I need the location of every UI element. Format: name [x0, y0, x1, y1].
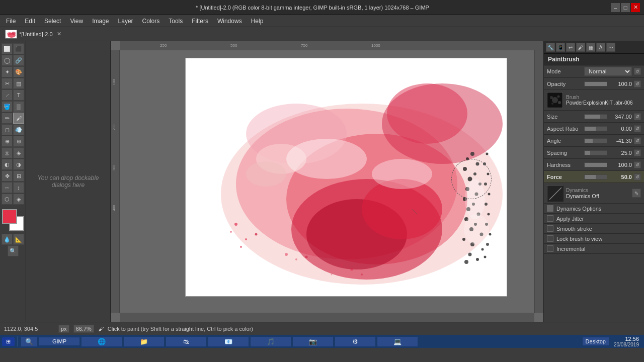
menu-tools[interactable]: Tools	[165, 17, 187, 26]
tool-paths[interactable]: ⟋	[2, 89, 13, 101]
vertical-scrollbar[interactable]	[534, 50, 543, 313]
canvas-area[interactable]: 250 500 750 1000 100 200 300 400	[111, 41, 543, 322]
taskbar-item-files[interactable]: 📁	[124, 337, 164, 346]
titlebar-controls[interactable]: – □ ✕	[611, 3, 640, 12]
spacing-reset-button[interactable]: ↺	[634, 149, 641, 156]
unit-selector[interactable]: px	[58, 325, 69, 333]
tool-eraser[interactable]: ◻	[2, 124, 13, 135]
tool-eyedropper[interactable]: 💧	[2, 234, 13, 245]
mode-reset-button[interactable]: ↺	[634, 68, 641, 75]
panel-icon-brushes[interactable]: 🖌	[576, 43, 585, 52]
panel-icon-expand[interactable]: ⋯	[606, 43, 615, 52]
panel-icon-device[interactable]: 📱	[556, 43, 565, 52]
image-tab[interactable]: *[Untitled]-2.0 ✕	[2, 29, 64, 40]
tool-ellipse[interactable]: ◯	[2, 55, 13, 66]
tool-3d[interactable]: ◈	[13, 194, 24, 205]
tool-zoom[interactable]: 🔍	[8, 245, 19, 256]
start-button[interactable]: ⊞	[2, 337, 15, 346]
hardness-slider[interactable]	[584, 162, 607, 167]
menu-view[interactable]: View	[66, 17, 87, 26]
dynamics-options-checkbox[interactable]	[547, 205, 553, 212]
spacing-slider[interactable]	[584, 150, 607, 155]
taskbar-desktop[interactable]: Desktop	[583, 337, 609, 345]
tool-select-rect[interactable]: ⬛	[13, 43, 24, 54]
panel-icon-undo[interactable]: ↩	[566, 43, 575, 52]
horizontal-scrollbar[interactable]	[120, 313, 534, 322]
taskbar-item-store[interactable]: 🛍	[166, 337, 206, 346]
tool-align[interactable]: ⊞	[13, 170, 24, 182]
titlebar: * [Untitled]-2.0 (RGB color 8-bit gamma …	[0, 0, 644, 15]
incremental-checkbox[interactable]	[547, 245, 553, 252]
menu-help[interactable]: Help	[247, 17, 268, 26]
tool-scale[interactable]: ↕	[13, 182, 24, 193]
angle-reset-button[interactable]: ↺	[634, 137, 641, 144]
dock-left-area: You can drop dockable dialogs here	[26, 41, 111, 322]
taskbar-item-ie[interactable]: 🌐	[82, 337, 122, 346]
close-button[interactable]: ✕	[631, 3, 640, 12]
tool-blur[interactable]: ◈	[13, 147, 24, 158]
tool-select-color[interactable]: 🎨	[13, 66, 24, 77]
tool-foreground[interactable]: ▤	[13, 78, 24, 89]
dynamics-edit-button[interactable]: ✎	[632, 189, 641, 198]
tool-paintbrush[interactable]: 🖌	[13, 113, 24, 124]
opacity-reset-button[interactable]: ↺	[634, 80, 641, 87]
tool-dodge[interactable]: ◐	[2, 159, 13, 170]
canvas-viewport[interactable]	[120, 50, 534, 313]
size-reset-button[interactable]: ↺	[634, 113, 641, 120]
menu-file[interactable]: File	[2, 17, 20, 26]
canvas-image[interactable]	[185, 58, 507, 297]
taskbar-item-gimp[interactable]: GIMP	[39, 337, 79, 345]
menu-layer[interactable]: Layer	[114, 17, 137, 26]
taskbar-item-app1[interactable]: 📧	[208, 337, 249, 346]
tool-text[interactable]: T	[13, 89, 24, 101]
tool-heal[interactable]: ⊗	[13, 136, 24, 147]
tool-lasso[interactable]: 🔗	[13, 55, 24, 66]
apply-jitter-checkbox[interactable]	[547, 215, 553, 222]
aspect-reset-button[interactable]: ↺	[634, 125, 641, 132]
taskbar-item-app3[interactable]: 📷	[293, 337, 333, 346]
menu-edit[interactable]: Edit	[21, 17, 39, 26]
aspect-slider[interactable]	[584, 126, 607, 131]
menu-select[interactable]: Select	[40, 17, 65, 26]
tool-smudge[interactable]: ◑	[13, 159, 24, 170]
smooth-stroke-checkbox[interactable]	[547, 225, 553, 232]
foreground-color[interactable]	[2, 209, 17, 224]
lock-brush-checkbox[interactable]	[547, 235, 553, 242]
mode-dropdown[interactable]: Normal Dissolve Multiply	[584, 67, 632, 76]
menu-image[interactable]: Image	[88, 17, 113, 26]
tool-gradient[interactable]: ▒	[13, 101, 24, 112]
angle-slider[interactable]	[584, 138, 607, 143]
image-tab-close[interactable]: ✕	[57, 31, 61, 37]
tool-clone[interactable]: ⊕	[2, 136, 13, 147]
menu-colors[interactable]: Colors	[138, 17, 164, 26]
menu-filters[interactable]: Filters	[188, 17, 212, 26]
tool-scissor[interactable]: ✂	[2, 78, 13, 89]
menu-windows[interactable]: Windows	[213, 17, 246, 26]
brush-thumbnail[interactable]	[547, 92, 563, 108]
size-slider[interactable]	[584, 114, 607, 119]
tool-bucket[interactable]: 🪣	[2, 101, 13, 112]
tool-airbrush[interactable]: 💨	[13, 124, 24, 135]
panel-icon-patterns[interactable]: ▦	[586, 43, 595, 52]
tool-new[interactable]: ⬜	[2, 43, 13, 54]
taskbar-item-app5[interactable]: 💻	[377, 337, 418, 346]
tool-move[interactable]: ✥	[2, 170, 13, 182]
taskbar-item-search[interactable]: 🔍	[21, 337, 37, 346]
panel-icon-tools[interactable]: 🔧	[546, 43, 555, 52]
panel-icon-fonts[interactable]: A	[596, 43, 605, 52]
taskbar-item-app4[interactable]: ⚙	[335, 337, 375, 346]
tool-fuzzy-select[interactable]: ✦	[2, 66, 13, 77]
zoom-indicator[interactable]: 66.7%	[73, 325, 94, 333]
taskbar-item-app2[interactable]: 🎵	[251, 337, 291, 346]
hardness-reset-button[interactable]: ↺	[634, 161, 641, 168]
maximize-button[interactable]: □	[621, 3, 630, 12]
minimize-button[interactable]: –	[611, 3, 620, 12]
tool-measure[interactable]: 📐	[13, 234, 24, 245]
tool-pencil[interactable]: ✏	[2, 113, 13, 124]
tool-transform[interactable]: ↔	[2, 182, 13, 193]
opacity-slider[interactable]	[584, 81, 607, 86]
tool-shear[interactable]: ⬡	[2, 194, 13, 205]
tool-perspective[interactable]: ⧖	[2, 147, 13, 158]
force-slider[interactable]	[584, 174, 607, 179]
force-reset-button[interactable]: ↺	[634, 173, 641, 180]
